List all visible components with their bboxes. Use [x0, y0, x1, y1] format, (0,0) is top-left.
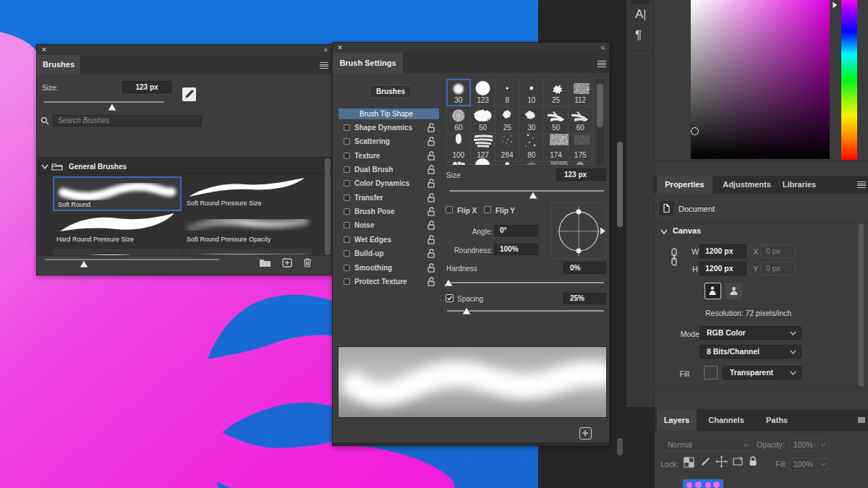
svg-text:100: 100 — [452, 151, 464, 159]
svg-text:25: 25 — [503, 124, 512, 132]
svg-text:30: 30 — [527, 124, 536, 132]
svg-text:25: 25 — [552, 96, 561, 104]
svg-text:123: 123 — [477, 96, 489, 104]
svg-text:174: 174 — [550, 151, 562, 159]
svg-text:175: 175 — [574, 151, 587, 159]
svg-text:8: 8 — [505, 96, 509, 104]
svg-text:284: 284 — [501, 151, 514, 159]
svg-text:60: 60 — [576, 124, 585, 132]
svg-text:112: 112 — [574, 96, 586, 104]
svg-text:127: 127 — [477, 151, 489, 159]
svg-text:60: 60 — [454, 124, 463, 132]
svg-text:10: 10 — [527, 96, 536, 104]
svg-text:50: 50 — [552, 124, 561, 132]
svg-text:80: 80 — [527, 151, 536, 159]
svg-text:50: 50 — [479, 124, 488, 132]
